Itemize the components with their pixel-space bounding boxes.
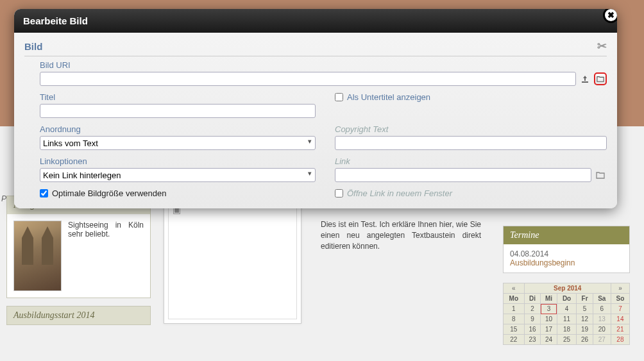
termine-heading: Termine [504,226,629,244]
news-widget: Neuigkeiten aus Köln Sightseeing in Köln… [6,196,151,298]
calendar-day[interactable]: 8 [504,314,525,324]
calendar-title: Sep 2014 [524,283,611,294]
dialog-title: Bearbeite Bild [14,9,617,33]
calendar-day[interactable]: 9 [524,314,541,324]
link-input[interactable] [335,168,591,182]
optimize-label: Optimale Bildgröße verwenden [52,189,166,198]
calendar-weekday: Mi [541,294,557,304]
calendar-day[interactable]: 16 [524,324,541,335]
copyright-label: Copyright Text [335,124,607,134]
calendar-day[interactable]: 22 [504,335,525,345]
titel-input[interactable] [40,104,316,118]
calendar-day[interactable]: 27 [593,335,611,345]
uri-input[interactable] [40,72,576,86]
calendar-day[interactable]: 26 [577,335,593,345]
calendar-day[interactable]: 14 [611,314,629,324]
calendar-weekday: Sa [593,294,611,304]
link-folder-icon[interactable] [594,169,607,181]
uri-label: Bild URI [40,60,607,70]
calendar-day[interactable]: 5 [577,304,593,314]
newwin-label: Öffne Link in neuem Fenster [347,189,452,198]
calendar-weekday: Do [557,294,576,304]
section-heading: Bild [24,41,42,52]
news-image [13,221,62,291]
calendar-day[interactable]: 3 [541,304,557,314]
calendar-next[interactable]: » [611,283,629,294]
edit-image-dialog: Bearbeite Bild Bild ✂ Bild URI [14,9,617,208]
image-placeholder[interactable]: ▣ [164,196,301,324]
calendar-day[interactable]: 2 [524,304,541,314]
calendar-day[interactable]: 28 [611,335,629,345]
calendar-day[interactable]: 17 [541,324,557,335]
calendar-day[interactable]: 20 [593,324,611,335]
calendar-day[interactable]: 25 [557,335,576,345]
calendar-day[interactable]: 10 [541,314,557,324]
news-widget-2: Ausbildungsstart 2014 [6,306,151,325]
close-icon[interactable] [603,9,617,23]
content-text: Dies ist ein Test. Ich erkläre Ihnen hie… [321,219,481,251]
scissors-icon[interactable]: ✂ [597,39,607,53]
calendar-day[interactable]: 7 [611,304,629,314]
calendar: « Sep 2014 » MoDiMiDoFrSaSo 123456789101… [503,283,630,345]
calendar-prev[interactable]: « [504,283,525,294]
anordnung-label: Anordnung [40,124,316,134]
calendar-day[interactable]: 13 [593,314,611,324]
newwin-checkbox[interactable] [335,189,343,197]
news-text: Sightseeing in Köln sehr beliebt. [68,221,144,291]
calendar-day[interactable]: 19 [577,324,593,335]
termine-title[interactable]: Ausbildungsbeginn [510,258,623,267]
optimize-checkbox[interactable] [40,189,48,197]
calendar-day[interactable]: 6 [593,304,611,314]
linkopt-label: Linkoptionen [40,156,316,166]
subtitle-checkbox[interactable] [335,93,343,101]
calendar-day[interactable]: 24 [541,335,557,345]
copyright-input[interactable] [335,136,607,150]
calendar-weekday: Mo [504,294,525,304]
termine-widget: Termine 04.08.2014 Ausbildungsbeginn [503,226,630,273]
calendar-weekday: Di [524,294,541,304]
anordnung-select[interactable]: Links vom Text [40,136,316,150]
calendar-day[interactable]: 21 [611,324,629,335]
calendar-day[interactable]: 23 [524,335,541,345]
calendar-weekday: Fr [577,294,593,304]
news2-heading: Ausbildungsstart 2014 [7,306,150,324]
termine-date: 04.08.2014 [510,249,623,258]
calendar-day[interactable]: 1 [504,304,525,314]
calendar-day[interactable]: 15 [504,324,525,335]
calendar-day[interactable]: 4 [557,304,576,314]
upload-icon[interactable] [579,72,591,85]
subtitle-label: Als Untertitel anzeigen [347,92,430,102]
link-label: Link [335,156,607,166]
calendar-day[interactable]: 12 [577,314,593,324]
calendar-day[interactable]: 11 [557,314,576,324]
linkopt-select[interactable]: Kein Link hinterlegen [40,168,316,182]
browse-folder-icon[interactable] [594,72,607,85]
calendar-day[interactable]: 18 [557,324,576,335]
calendar-weekday: So [611,294,629,304]
titel-label: Titel [40,92,316,102]
